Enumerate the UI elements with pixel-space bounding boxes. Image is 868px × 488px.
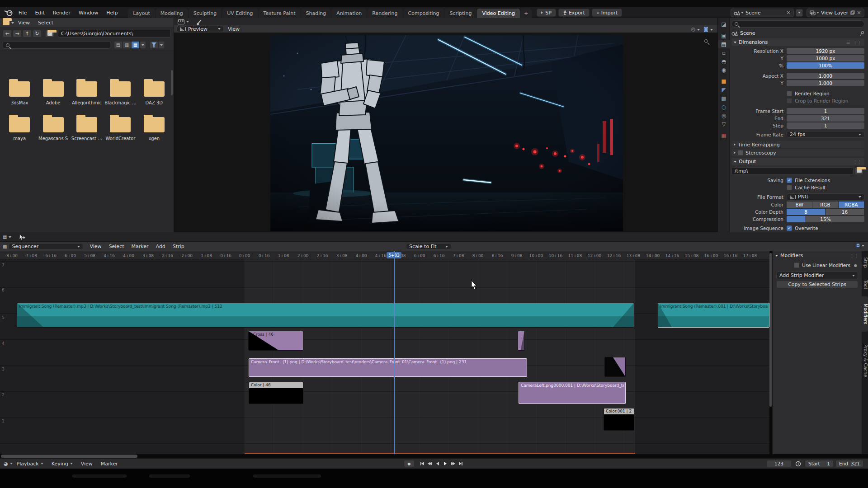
up-button[interactable]: ↑ — [23, 30, 32, 38]
file-search-input[interactable] — [3, 41, 110, 49]
timeline-tracks[interactable]: 7654321 Immigrant Song (Remaster).mp3 | … — [0, 259, 769, 454]
workspace-tab-8[interactable]: Compositing — [403, 9, 444, 18]
play-reverse-button[interactable] — [434, 461, 440, 467]
black-transition-strip[interactable] — [604, 357, 626, 377]
eyedropper-icon[interactable] — [198, 19, 202, 24]
tab-physics-icon[interactable]: ○ — [718, 103, 730, 111]
playback-editor-icon[interactable]: ◕ — [4, 461, 8, 467]
vertical-list-view-button[interactable]: ▤ — [114, 41, 123, 49]
workspace-tab-2[interactable]: Sculpting — [189, 9, 222, 18]
copy-to-selected-strips-button[interactable]: Copy to Selected Strips — [776, 281, 858, 288]
file-format-dropdown[interactable]: PNG — [787, 193, 864, 201]
folder-item-2[interactable]: Allegorithmic — [70, 81, 104, 105]
audio-strip-1[interactable]: Immigrant Song (Remaster).mp3 | D:\Works… — [17, 303, 634, 328]
workspace-tab-5[interactable]: Shading — [301, 9, 331, 18]
folder-item-8[interactable]: WorldCreator — [104, 117, 137, 141]
sequencer-view-type-dropdown[interactable]: Sequencer — [9, 243, 83, 250]
folder-item-1[interactable]: Adobe — [36, 81, 70, 105]
file-browser-menu-0[interactable]: View — [14, 18, 34, 28]
tab-world-icon[interactable]: ◉ — [718, 66, 730, 74]
tab-scene-icon[interactable]: ◓ — [718, 57, 730, 66]
cache-result-checkbox[interactable]: ✓ — [787, 185, 792, 190]
forward-button[interactable]: → — [13, 30, 22, 38]
zoom-gizmo-icon[interactable] — [704, 38, 711, 44]
aspect-y-field[interactable]: 1.000 — [787, 80, 864, 86]
sequencer-area-icon[interactable]: ▦ — [3, 235, 7, 239]
output-path-field[interactable]: /tmp\ — [731, 167, 854, 175]
time-remapping-panel-header[interactable]: Time Remapping — [731, 141, 864, 148]
color-mode-option-1[interactable]: RGB — [812, 202, 838, 208]
compression-slider[interactable]: 15% — [787, 216, 864, 222]
workspace-tab-9[interactable]: Scripting — [444, 9, 476, 18]
frame-start-field[interactable]: 1 — [787, 108, 864, 114]
folder-item-4[interactable]: DAZ 3D — [137, 81, 171, 105]
topbar-menu-2[interactable]: Render — [49, 7, 75, 18]
sequencer-menu-2[interactable]: Marker — [128, 242, 152, 251]
view-menu[interactable]: View — [77, 459, 97, 469]
overlays-toggle-icon[interactable]: ◙ — [703, 26, 713, 32]
playback-menu[interactable]: Playback — [13, 459, 47, 469]
sequencer-menu-3[interactable]: Add — [152, 242, 169, 251]
resolution-x-field[interactable]: 1920 px — [787, 48, 864, 54]
back-button[interactable]: ← — [3, 30, 12, 38]
sequencer-editor-type-icon[interactable]: ▩ — [3, 244, 7, 249]
sequencer-menu-1[interactable]: Select — [105, 242, 128, 251]
jump-to-start-button[interactable] — [419, 461, 425, 467]
new-folder-button[interactable] — [45, 30, 54, 38]
topbar-menu-3[interactable]: Window — [75, 7, 102, 18]
scene-play-button[interactable]: SP — [537, 9, 556, 17]
copy-icon[interactable] — [850, 10, 855, 15]
folder-item-0[interactable]: 3dsMax — [3, 81, 36, 105]
scene-selector[interactable]: Scene × — [731, 9, 794, 17]
stereoscopy-panel-header[interactable]: ✓Stereoscopy — [731, 149, 864, 156]
view-layer-remove-icon[interactable]: × — [857, 9, 861, 16]
tab-tool[interactable]: Tool — [862, 277, 868, 293]
aspect-x-field[interactable]: 1.000 — [787, 73, 864, 79]
keying-menu[interactable]: Keying — [47, 459, 77, 469]
folder-item-7[interactable]: Screencast-... — [70, 117, 104, 141]
import-button[interactable]: »Import — [592, 9, 622, 17]
dimensions-panel-header[interactable]: Dimensions ☰ ⋮⋮ — [731, 38, 864, 46]
tab-render-icon[interactable]: ▣ — [718, 31, 730, 40]
stereoscopy-checkbox[interactable]: ✓ — [738, 150, 743, 155]
folder-item-5[interactable]: maya — [3, 117, 36, 141]
audio-strip-2[interactable]: Immigrant Song (Remaster).001 | D:\Works… — [658, 303, 769, 328]
pin-icon[interactable] — [860, 31, 864, 36]
frame-step-field[interactable]: 1 — [787, 122, 864, 129]
topbar-menu-4[interactable]: Help — [102, 7, 122, 18]
preview-canvas[interactable] — [174, 33, 718, 232]
workspace-tab-6[interactable]: Animation — [331, 9, 367, 18]
animate-property-dot[interactable]: ● — [854, 263, 857, 267]
file-browser-menu-1[interactable]: Select — [34, 18, 57, 28]
color-depth-option-0[interactable]: 8 — [787, 209, 825, 215]
timeline-hscrollbar[interactable] — [1, 455, 137, 458]
camera-front-strip[interactable]: Camera_Front_ (1).png | D:\Works\Storybo… — [249, 358, 527, 377]
marker-menu[interactable]: Marker — [97, 459, 122, 469]
tab-output-icon[interactable]: ▤ — [718, 40, 730, 48]
filter-settings-caret[interactable] — [158, 41, 165, 49]
fit-mode-dropdown[interactable]: Scale to Fit — [406, 243, 451, 250]
resolution-y-field[interactable]: 1080 px — [787, 55, 864, 61]
filter-button[interactable] — [150, 41, 158, 49]
tab-particles-icon[interactable]: ▩ — [718, 94, 730, 103]
workspace-tab-7[interactable]: Rendering — [367, 9, 402, 18]
topbar-menu-0[interactable]: File — [14, 7, 31, 18]
color-strip-1[interactable]: Color | 46 — [249, 382, 303, 404]
topbar-menu-1[interactable]: Edit — [31, 7, 48, 18]
sequencer-overlay-icon[interactable]: ◘ — [856, 243, 860, 248]
color-depth-option-1[interactable]: 16 — [826, 209, 864, 215]
add-workspace-button[interactable]: + — [520, 9, 532, 18]
sequencer-menu-4[interactable]: Strip — [169, 242, 188, 251]
tab-texture-icon[interactable]: ▦ — [718, 131, 730, 140]
playhead-line[interactable] — [394, 251, 395, 454]
path-field[interactable]: C:\Users\Giorgio\Documents\ — [58, 30, 171, 38]
overwrite-checkbox[interactable]: ✓ — [787, 225, 792, 231]
workspace-tab-3[interactable]: UV Editing — [222, 9, 258, 18]
workspace-tab-1[interactable]: Modeling — [156, 9, 188, 18]
start-frame-field[interactable]: Start1 — [805, 460, 834, 467]
output-browse-folder-button[interactable] — [854, 167, 863, 175]
view-layer-selector[interactable]: View Layer × — [807, 9, 864, 17]
workspace-tab-10[interactable]: Video Editing — [477, 9, 520, 18]
timeline-vscrollbar[interactable] — [769, 253, 772, 407]
folder-item-9[interactable]: xgen — [137, 117, 171, 141]
